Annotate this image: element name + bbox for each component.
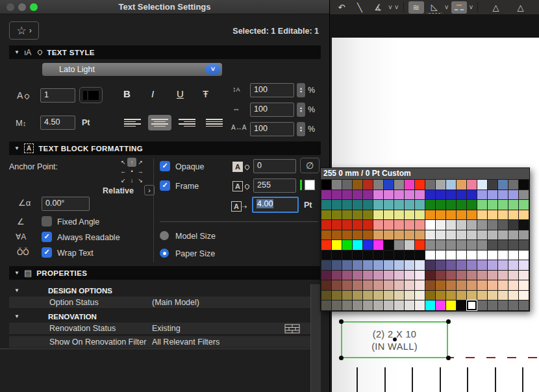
palette-swatch[interactable]	[477, 190, 487, 200]
palette-swatch[interactable]	[342, 230, 352, 240]
palette-swatch[interactable]	[467, 200, 477, 210]
palette-swatch[interactable]	[415, 180, 425, 190]
font-size-input[interactable]: 1	[40, 88, 75, 103]
palette-swatch[interactable]	[342, 280, 352, 290]
palette-swatch[interactable]	[477, 280, 487, 290]
anchor-cell[interactable]: ↓	[127, 176, 136, 185]
palette-swatch[interactable]	[436, 190, 445, 200]
palette-swatch[interactable]	[394, 260, 404, 270]
palette-swatch[interactable]	[425, 240, 435, 250]
palette-swatch[interactable]	[332, 260, 342, 270]
palette-swatch[interactable]	[415, 300, 425, 310]
palette-swatch[interactable]	[363, 280, 373, 290]
palette-swatch[interactable]	[373, 220, 383, 230]
palette-swatch[interactable]	[436, 220, 445, 230]
no-fill-button[interactable]: ∅	[300, 158, 320, 173]
palette-swatch[interactable]	[477, 271, 487, 280]
palette-swatch[interactable]	[363, 291, 373, 300]
palette-swatch[interactable]	[384, 271, 394, 280]
palette-swatch[interactable]	[519, 260, 529, 270]
bold-button[interactable]: B	[123, 88, 131, 99]
palette-swatch[interactable]	[477, 180, 487, 190]
palette-swatch[interactable]	[384, 180, 394, 190]
palette-swatch[interactable]	[405, 190, 414, 200]
palette-swatch[interactable]	[353, 291, 362, 300]
palette-swatch[interactable]	[425, 280, 435, 290]
palette-swatch[interactable]	[321, 271, 331, 280]
palette-swatch[interactable]	[321, 291, 331, 300]
palette-swatch[interactable]	[508, 260, 518, 270]
palette-swatch[interactable]	[457, 291, 466, 300]
palette-swatch[interactable]	[446, 251, 456, 260]
palette-swatch[interactable]	[332, 271, 342, 280]
palette-swatch[interactable]	[467, 220, 477, 230]
palette-swatch[interactable]	[508, 190, 518, 200]
palette-swatch[interactable]	[415, 251, 425, 260]
palette-swatch[interactable]	[363, 251, 373, 260]
palette-swatch[interactable]	[436, 271, 445, 280]
chevron-down-icon[interactable]: ˅	[388, 4, 392, 11]
palette-swatch[interactable]	[488, 271, 497, 280]
palette-swatch[interactable]	[405, 240, 414, 250]
palette-swatch[interactable]	[373, 291, 383, 300]
palette-swatch[interactable]	[342, 240, 352, 250]
palette-swatch[interactable]	[477, 260, 487, 270]
palette-swatch[interactable]	[342, 251, 352, 260]
palette-swatch[interactable]	[467, 300, 477, 310]
selection-handle[interactable]	[339, 319, 344, 324]
set-square-button[interactable]: ◺	[427, 1, 442, 14]
char-width-stepper[interactable]: ▴▾	[297, 103, 305, 117]
palette-swatch[interactable]	[415, 240, 425, 250]
palette-swatch[interactable]	[436, 280, 445, 290]
palette-swatch[interactable]	[436, 260, 445, 270]
palette-swatch[interactable]	[519, 190, 529, 200]
section-properties[interactable]: ▼ ▤ PROPERTIES	[9, 266, 321, 280]
font-family-select[interactable]: Lato Light ˅	[42, 63, 222, 76]
palette-swatch[interactable]	[436, 180, 445, 190]
palette-swatch[interactable]	[519, 291, 529, 300]
palette-swatch[interactable]	[405, 291, 414, 300]
palette-swatch[interactable]	[498, 291, 508, 300]
palette-swatch[interactable]	[332, 240, 342, 250]
anchor-cell[interactable]: ↙	[119, 176, 127, 185]
palette-swatch[interactable]	[519, 180, 529, 190]
selection-center-handle[interactable]	[393, 337, 397, 341]
palette-swatch[interactable]	[425, 220, 435, 230]
palette-swatch[interactable]	[415, 280, 425, 290]
char-spacing-input[interactable]: 100	[250, 122, 294, 136]
align-center-button[interactable]	[148, 115, 171, 130]
palette-swatch[interactable]	[332, 291, 342, 300]
palette-swatch[interactable]	[321, 200, 331, 210]
palette-swatch[interactable]	[332, 220, 342, 230]
palette-swatch[interactable]	[508, 240, 518, 250]
palette-swatch[interactable]	[332, 180, 342, 190]
palette-swatch[interactable]	[342, 190, 352, 200]
palette-swatch[interactable]	[436, 230, 445, 240]
palette-swatch[interactable]	[373, 240, 383, 250]
frame-pen-input[interactable]: 255	[253, 178, 296, 193]
palette-swatch[interactable]	[394, 230, 404, 240]
italic-button[interactable]: I	[151, 88, 154, 99]
palette-swatch[interactable]	[488, 251, 497, 260]
relative-expand-button[interactable]: ›	[144, 185, 155, 195]
palette-swatch[interactable]	[321, 260, 331, 270]
palette-swatch[interactable]	[405, 200, 414, 210]
palette-swatch[interactable]	[353, 300, 362, 310]
level-marker-icon[interactable]: △	[488, 1, 503, 14]
palette-swatch[interactable]	[425, 200, 435, 210]
anchor-cell[interactable]: ↗	[136, 158, 145, 167]
palette-swatch[interactable]	[488, 291, 497, 300]
palette-swatch[interactable]	[498, 210, 508, 220]
align-justify-button[interactable]	[203, 115, 226, 130]
palette-swatch[interactable]	[446, 190, 456, 200]
palette-swatch[interactable]	[425, 291, 435, 300]
palette-swatch[interactable]	[384, 240, 394, 250]
palette-swatch[interactable]	[498, 300, 508, 310]
palette-swatch[interactable]	[321, 251, 331, 260]
palette-swatch[interactable]	[363, 200, 373, 210]
always-readable-checkbox[interactable]: ✓	[42, 232, 52, 242]
palette-swatch[interactable]	[425, 210, 435, 220]
anchor-cell[interactable]: ←	[119, 167, 127, 176]
palette-swatch[interactable]	[394, 180, 404, 190]
palette-swatch[interactable]	[342, 291, 352, 300]
